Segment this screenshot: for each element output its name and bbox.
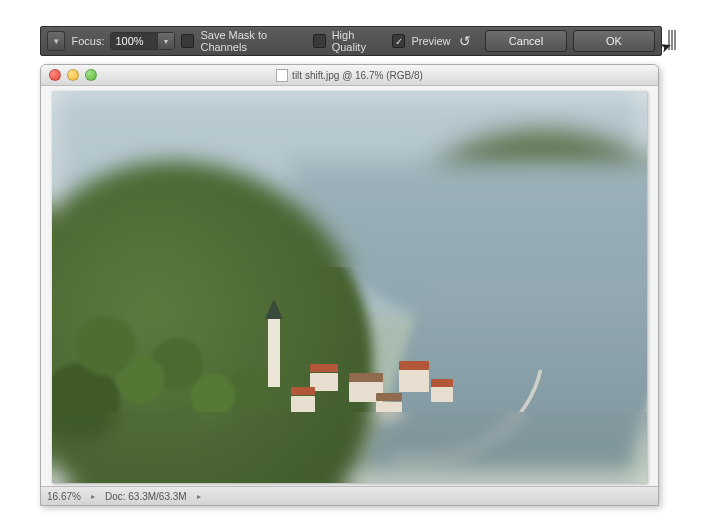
image-region-roof	[310, 364, 338, 372]
image-region-building	[291, 396, 315, 412]
status-arrow-icon[interactable]: ▸	[197, 492, 201, 501]
status-popup-icon[interactable]: ▸	[91, 492, 95, 501]
image-preview[interactable]	[52, 91, 647, 483]
high-quality-label: High Quality	[332, 29, 387, 53]
focus-label: Focus:	[71, 35, 104, 47]
high-quality-checkbox[interactable]	[313, 34, 326, 48]
image-region-roof	[376, 393, 402, 401]
focus-dropdown[interactable]: ▾	[157, 33, 174, 49]
canvas-area[interactable]	[41, 86, 658, 487]
status-bar: 16.67% ▸ Doc: 63.3M/63.3M ▸	[41, 486, 658, 505]
reset-icon[interactable]: ↺	[457, 32, 473, 50]
document-icon	[276, 69, 288, 82]
cancel-button[interactable]: Cancel	[485, 30, 567, 52]
image-region-church-tower	[268, 317, 280, 387]
ok-button[interactable]: OK	[573, 30, 655, 52]
minimize-window-button[interactable]	[67, 69, 79, 81]
save-mask-label: Save Mask to Channels	[200, 29, 306, 53]
preview-checkbox[interactable]	[392, 34, 405, 48]
options-bar: ▾ Focus: ▾ Save Mask to Channels High Qu…	[40, 26, 662, 56]
image-region-roof	[399, 361, 429, 370]
document-window: tilt shift.jpg @ 16.7% (RGB/8)	[40, 64, 659, 506]
close-window-button[interactable]	[49, 69, 61, 81]
doc-info[interactable]: Doc: 63.3M/63.3M	[105, 491, 187, 502]
focus-field: ▾	[110, 32, 175, 50]
window-title-text: tilt shift.jpg @ 16.7% (RGB/8)	[292, 70, 423, 81]
focus-input[interactable]	[111, 33, 157, 49]
image-region-roof	[349, 373, 383, 382]
tilt-shift-blur-top	[52, 91, 647, 267]
window-controls	[49, 69, 97, 81]
image-region-roof	[291, 387, 315, 395]
tilt-shift-blur-bottom	[52, 412, 647, 483]
window-titlebar[interactable]: tilt shift.jpg @ 16.7% (RGB/8)	[41, 65, 658, 86]
zoom-window-button[interactable]	[85, 69, 97, 81]
tool-preset-dropdown[interactable]: ▾	[47, 31, 65, 51]
save-mask-checkbox[interactable]	[181, 34, 194, 48]
window-title: tilt shift.jpg @ 16.7% (RGB/8)	[41, 69, 658, 82]
preview-label: Preview	[411, 35, 450, 47]
zoom-level[interactable]: 16.67%	[47, 491, 81, 502]
